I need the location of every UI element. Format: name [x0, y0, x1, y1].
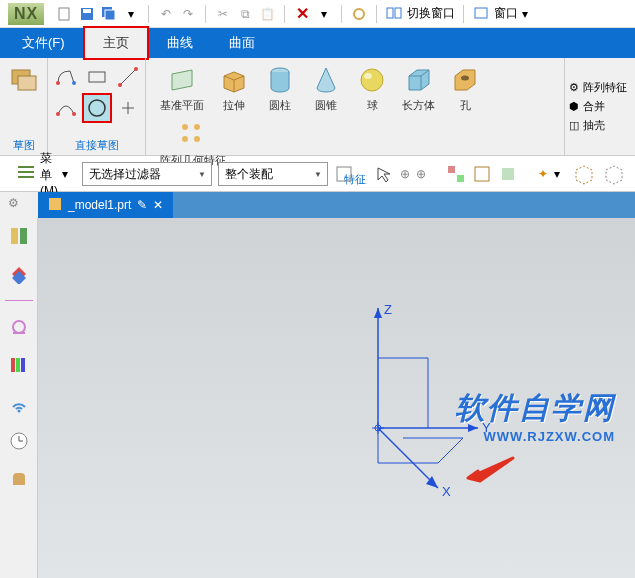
file-name: _model1.prt: [68, 198, 131, 212]
annotation-arrow: [458, 453, 518, 493]
tab-home[interactable]: 主页: [83, 26, 149, 60]
cylinder-button[interactable]: 圆柱: [258, 62, 302, 115]
delete-icon[interactable]: ✕: [293, 5, 311, 23]
profile-icon[interactable]: [51, 62, 81, 92]
books-icon[interactable]: [7, 353, 31, 377]
snap2-icon[interactable]: ⊕: [416, 162, 426, 186]
box1-icon[interactable]: [572, 162, 596, 186]
cursor-icon[interactable]: [374, 162, 394, 186]
paste-icon[interactable]: 📋: [258, 5, 276, 23]
svg-rect-39: [11, 228, 18, 244]
cone-button[interactable]: 圆锥: [304, 62, 348, 115]
modified-icon: ✎: [137, 198, 147, 212]
save-all-icon[interactable]: [100, 5, 118, 23]
svg-point-27: [194, 124, 200, 130]
history-icon[interactable]: [7, 315, 31, 339]
close-icon[interactable]: ✕: [153, 198, 163, 212]
shell-icon: ◫: [569, 119, 579, 132]
assembly-filter-select[interactable]: 整个装配: [218, 162, 328, 186]
cut-icon[interactable]: ✂: [214, 5, 232, 23]
part-icon: [48, 197, 62, 214]
svg-rect-13: [89, 72, 105, 82]
dropdown-icon[interactable]: ▾: [122, 5, 140, 23]
gear-icon[interactable]: ⚙: [8, 196, 32, 220]
datum-plane-button[interactable]: 基准平面: [154, 62, 210, 115]
point-icon[interactable]: [113, 93, 143, 123]
toolbox-icon[interactable]: [7, 467, 31, 491]
window-icon[interactable]: [472, 5, 490, 23]
svg-point-16: [134, 67, 138, 71]
dropdown-icon[interactable]: ▾: [522, 7, 528, 21]
copy-icon[interactable]: ⧉: [236, 5, 254, 23]
arc-icon[interactable]: [51, 93, 81, 123]
file-tab-bar: ⚙ _model1.prt ✎ ✕: [0, 192, 635, 218]
svg-point-28: [182, 136, 188, 142]
canvas[interactable]: Z Y X 软件自学网 WWW.RJZXW.COM: [38, 218, 635, 578]
snap-icon[interactable]: ⊕: [400, 162, 410, 186]
svg-point-46: [17, 410, 20, 413]
extrude-button[interactable]: 拉伸: [212, 62, 256, 115]
file-tab[interactable]: _model1.prt ✎ ✕: [38, 192, 173, 218]
sphere-button[interactable]: 球: [350, 62, 394, 115]
group-more: ⚙阵列特征 ⬢合并 ◫抽壳: [565, 58, 635, 155]
circle-icon[interactable]: [82, 93, 112, 123]
cuboid-button[interactable]: 长方体: [396, 62, 441, 115]
left-toolbar: [0, 218, 38, 578]
shell-button[interactable]: ◫抽壳: [569, 118, 631, 133]
svg-line-56: [378, 428, 438, 488]
constraint-nav-icon[interactable]: [7, 262, 31, 286]
watermark-text: 软件自学网: [455, 388, 615, 429]
window-button[interactable]: 窗口: [494, 5, 518, 22]
pattern-feature-button[interactable]: ⚙阵列特征: [569, 80, 631, 95]
window-switch-icon[interactable]: [385, 5, 403, 23]
sketch-icon[interactable]: [8, 62, 40, 94]
ribbon: 草图 直接草图 基准平面 拉伸 圆柱: [0, 58, 635, 156]
app-logo: NX: [8, 3, 44, 25]
tab-file[interactable]: 文件(F): [4, 28, 83, 58]
titlebar: NX ▾ ↶ ↷ ✂ ⧉ 📋 ✕ ▾ 切换窗口 窗口 ▾: [0, 0, 635, 28]
svg-point-5: [354, 9, 364, 19]
selection-filter-select[interactable]: 无选择过滤器: [82, 162, 212, 186]
svg-rect-10: [18, 76, 36, 90]
svg-point-12: [72, 81, 76, 85]
hole-button[interactable]: 孔: [443, 62, 487, 115]
part-nav-icon[interactable]: [7, 224, 31, 248]
snap-point-icon[interactable]: ✦: [538, 162, 548, 186]
svg-rect-2: [83, 9, 91, 13]
svg-point-41: [13, 321, 25, 333]
tab-curve[interactable]: 曲线: [149, 28, 211, 58]
svg-rect-44: [16, 358, 20, 372]
wifi-icon[interactable]: [7, 391, 31, 415]
quick-access-toolbar: ▾ ↶ ↷ ✂ ⧉ 📋 ✕ ▾ 切换窗口 窗口 ▾: [56, 5, 528, 23]
svg-point-24: [364, 73, 372, 79]
touch-icon[interactable]: [350, 5, 368, 23]
svg-rect-33: [337, 167, 351, 181]
group3-icon[interactable]: [498, 162, 518, 186]
filter-tool-icon[interactable]: [334, 162, 354, 186]
unite-button[interactable]: ⬢合并: [569, 99, 631, 114]
svg-point-29: [194, 136, 200, 142]
clock-icon[interactable]: [7, 429, 31, 453]
watermark-url: WWW.RJZXW.COM: [455, 429, 615, 444]
svg-rect-38: [49, 198, 61, 210]
line-icon[interactable]: [113, 62, 143, 92]
svg-rect-43: [11, 358, 15, 372]
svg-rect-37: [502, 168, 514, 180]
svg-rect-40: [20, 228, 27, 244]
group1-icon[interactable]: [446, 162, 466, 186]
switch-window-button[interactable]: 切换窗口: [407, 5, 455, 22]
filter-bar: 菜单(M)▾ 无选择过滤器 整个装配 ⊕ ⊕ ✦ ▾: [0, 156, 635, 192]
menu-icon: [16, 164, 36, 183]
dropdown-icon[interactable]: ▾: [315, 5, 333, 23]
undo-icon[interactable]: ↶: [157, 5, 175, 23]
svg-rect-4: [105, 10, 115, 20]
new-icon[interactable]: [56, 5, 74, 23]
group2-icon[interactable]: [472, 162, 492, 186]
box2-icon[interactable]: [602, 162, 626, 186]
rectangle-icon[interactable]: [82, 62, 112, 92]
save-icon[interactable]: [78, 5, 96, 23]
tab-surface[interactable]: 曲面: [211, 28, 273, 58]
group-direct-sketch: 直接草图: [48, 58, 146, 155]
dropdown-icon[interactable]: ▾: [554, 167, 560, 181]
redo-icon[interactable]: ↷: [179, 5, 197, 23]
